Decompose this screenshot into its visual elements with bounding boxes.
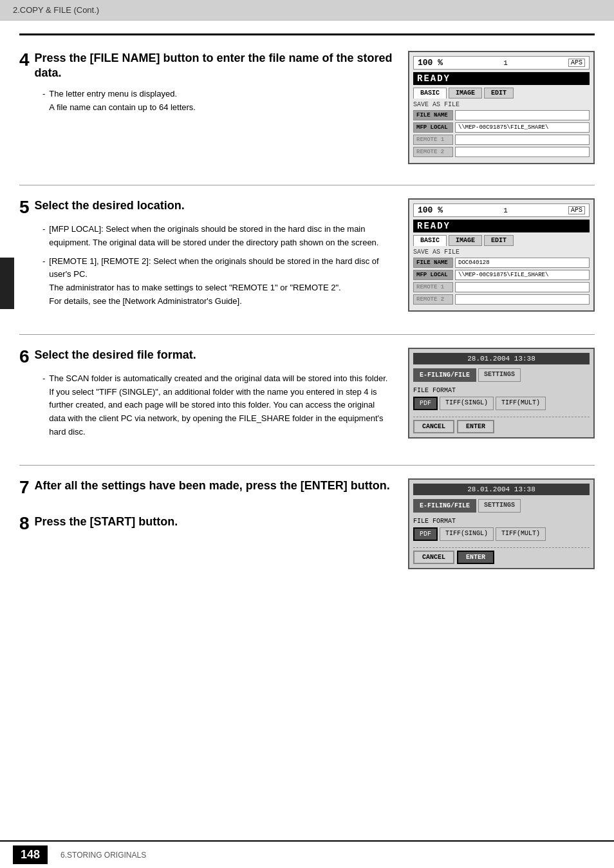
screen-efiling-tab-78[interactable]: E-FILING/FILE xyxy=(413,499,476,513)
screen-enter-btn-78[interactable]: ENTER xyxy=(457,551,494,564)
screen-datetime-6: 28.01.2004 13:38 xyxy=(413,353,590,364)
screen-tab-image-5[interactable]: IMAGE xyxy=(449,235,482,246)
screen-format-label-6: FILE FORMAT xyxy=(413,387,590,394)
step-5-section: 5 Select the desired location. - [MFP LO… xyxy=(19,198,595,314)
screen-efiling-tabs-78: E-FILING/FILE SETTINGS xyxy=(413,499,590,513)
screen-enter-btn-6[interactable]: ENTER xyxy=(457,420,494,433)
screen-tab-edit-4[interactable]: EDIT xyxy=(484,88,514,99)
step-78-left: 7 After all the settings have been made,… xyxy=(19,478,393,539)
step-7-heading: 7 After all the settings have been made,… xyxy=(19,478,393,496)
field-value-remote2-4 xyxy=(455,147,590,157)
screen-format-tiffmult-6[interactable]: TIFF(MULT) xyxy=(496,397,546,410)
screen-efiling-tabs-6: E-FILING/FILE SETTINGS xyxy=(413,368,590,382)
divider-4-5 xyxy=(19,185,595,185)
field-label-remote2-4[interactable]: REMOTE 2 xyxy=(413,147,453,157)
field-label-mfplocal-5[interactable]: MFP LOCAL xyxy=(413,270,453,280)
step-5-title: Select the desired location. xyxy=(35,198,185,213)
field-value-mfplocal-4: \\MEP-00C91875\FILE_SHARE\ xyxy=(455,122,590,133)
screen-settings-tab-78[interactable]: SETTINGS xyxy=(478,499,521,513)
screen-ready-5: READY xyxy=(413,220,590,232)
field-label-remote1-5[interactable]: REMOTE 1 xyxy=(413,282,453,292)
page-number: 148 xyxy=(13,845,48,864)
step-4-screen: 100 % 1 APS READY BASIC IMAGE EDIT SAVE … xyxy=(408,51,595,164)
screen-mockup-5: 100 % 1 APS READY BASIC IMAGE EDIT SAVE … xyxy=(408,198,595,312)
screen-format-pdf-6[interactable]: PDF xyxy=(413,397,438,410)
step-4-left: 4 Press the [FILE NAME] button to enter … xyxy=(19,51,393,119)
divider-6-7 xyxy=(19,465,595,466)
page-footer: 148 6.STORING ORIGINALS xyxy=(0,840,614,868)
screen-tab-edit-5[interactable]: EDIT xyxy=(484,235,514,246)
screen-save-label-5: SAVE AS FILE xyxy=(413,249,590,256)
field-value-filename-5: DOC040128 xyxy=(455,258,590,268)
screen-mockup-4: 100 % 1 APS READY BASIC IMAGE EDIT SAVE … xyxy=(408,51,595,164)
step-4-body: - The letter entry menu is displayed.A f… xyxy=(42,88,393,115)
screen-top-bar-5: 100 % 1 APS xyxy=(413,203,590,217)
page-header: 2.COPY & FILE (Cont.) xyxy=(0,0,614,21)
screen-format-tiffsingl-78[interactable]: TIFF(SINGL) xyxy=(440,527,494,541)
step-5-screen: 100 % 1 APS READY BASIC IMAGE EDIT SAVE … xyxy=(408,198,595,312)
screen-tab-image-4[interactable]: IMAGE xyxy=(449,88,482,99)
divider-5-6 xyxy=(19,334,595,335)
top-rule xyxy=(19,33,595,35)
step-78-screen: 28.01.2004 13:38 E-FILING/FILE SETTINGS … xyxy=(408,478,595,569)
screen-mockup-78: 28.01.2004 13:38 E-FILING/FILE SETTINGS … xyxy=(408,478,595,569)
field-label-mfplocal-4[interactable]: MFP LOCAL xyxy=(413,122,453,133)
screen-cancel-btn-6[interactable]: CANCEL xyxy=(413,420,454,433)
field-value-remote2-5 xyxy=(455,294,590,305)
screen-settings-tab-6[interactable]: SETTINGS xyxy=(478,368,521,382)
screen-cancel-btn-78[interactable]: CANCEL xyxy=(413,551,454,564)
screen-bottom-btns-6: CANCEL ENTER xyxy=(413,420,590,433)
step-6-heading: 6 Select the desired file format. xyxy=(19,348,393,366)
screen-tabs-5: BASIC IMAGE EDIT xyxy=(413,235,590,246)
screen-format-btns-78: PDF TIFF(SINGL) TIFF(MULT) xyxy=(413,527,590,541)
step-6-number: 6 xyxy=(19,348,30,366)
step-6-body: - The SCAN folder is automatically creat… xyxy=(42,372,393,439)
step-4-section: 4 Press the [FILE NAME] button to enter … xyxy=(19,51,595,164)
field-label-filename-5[interactable]: FILE NAME xyxy=(413,258,453,268)
screen-format-tiffmult-78[interactable]: TIFF(MULT) xyxy=(496,527,546,541)
screen-format-pdf-78[interactable]: PDF xyxy=(413,527,438,541)
screen-format-btns-6: PDF TIFF(SINGL) TIFF(MULT) xyxy=(413,397,590,410)
field-value-remote1-4 xyxy=(455,135,590,145)
sidebar-tab xyxy=(0,258,14,309)
step-78-section: 7 After all the settings have been made,… xyxy=(19,478,595,569)
screen-tab-basic-4[interactable]: BASIC xyxy=(413,88,447,99)
step-5-number: 5 xyxy=(19,198,30,216)
field-label-filename-4[interactable]: FILE NAME xyxy=(413,110,453,120)
step-8-number: 8 xyxy=(19,514,30,533)
step-6-section: 6 Select the desired file format. - The … xyxy=(19,348,595,444)
step-7-title: After all the settings have been made, p… xyxy=(35,478,390,493)
step-6-screen: 28.01.2004 13:38 E-FILING/FILE SETTINGS … xyxy=(408,348,595,439)
step-5-heading: 5 Select the desired location. xyxy=(19,198,393,216)
field-value-filename-4 xyxy=(455,110,590,120)
field-label-remote2-5[interactable]: REMOTE 2 xyxy=(413,294,453,305)
screen-ready-4: READY xyxy=(413,72,590,85)
screen-top-bar-4: 100 % 1 APS xyxy=(413,56,590,70)
screen-tab-basic-5[interactable]: BASIC xyxy=(413,235,447,246)
screen-datetime-78: 28.01.2004 13:38 xyxy=(413,484,590,495)
step-7-number: 7 xyxy=(19,478,30,496)
step-4-number: 4 xyxy=(19,51,30,69)
screen-bottom-btns-78: CANCEL ENTER xyxy=(413,551,590,564)
screen-save-label-4: SAVE AS FILE xyxy=(413,101,590,108)
screen-mockup-6: 28.01.2004 13:38 E-FILING/FILE SETTINGS … xyxy=(408,348,595,439)
step-5-body: - [MFP LOCAL]: Select when the originals… xyxy=(42,223,393,308)
page-section-label: 6.STORING ORIGINALS xyxy=(60,851,146,860)
main-content: 4 Press the [FILE NAME] button to enter … xyxy=(0,21,614,628)
step-6-left: 6 Select the desired file format. - The … xyxy=(19,348,393,444)
header-title: 2.COPY & FILE (Cont.) xyxy=(13,5,99,15)
step-6-title: Select the desired file format. xyxy=(35,348,196,363)
field-label-remote1-4[interactable]: REMOTE 1 xyxy=(413,135,453,145)
step-8-title: Press the [START] button. xyxy=(35,514,178,529)
screen-tabs-4: BASIC IMAGE EDIT xyxy=(413,88,590,99)
step-4-title: Press the [FILE NAME] button to enter th… xyxy=(35,51,393,81)
step-8-heading: 8 Press the [START] button. xyxy=(19,514,393,533)
screen-format-tiffsingl-6[interactable]: TIFF(SINGL) xyxy=(440,397,494,410)
screen-format-label-78: FILE FORMAT xyxy=(413,518,590,525)
screen-efiling-tab-6[interactable]: E-FILING/FILE xyxy=(413,368,476,382)
step-5-left: 5 Select the desired location. - [MFP LO… xyxy=(19,198,393,314)
field-value-remote1-5 xyxy=(455,282,590,292)
step-4-heading: 4 Press the [FILE NAME] button to enter … xyxy=(19,51,393,81)
field-value-mfplocal-5: \\MEP-00C91875\FILE_SHARE\ xyxy=(455,270,590,280)
